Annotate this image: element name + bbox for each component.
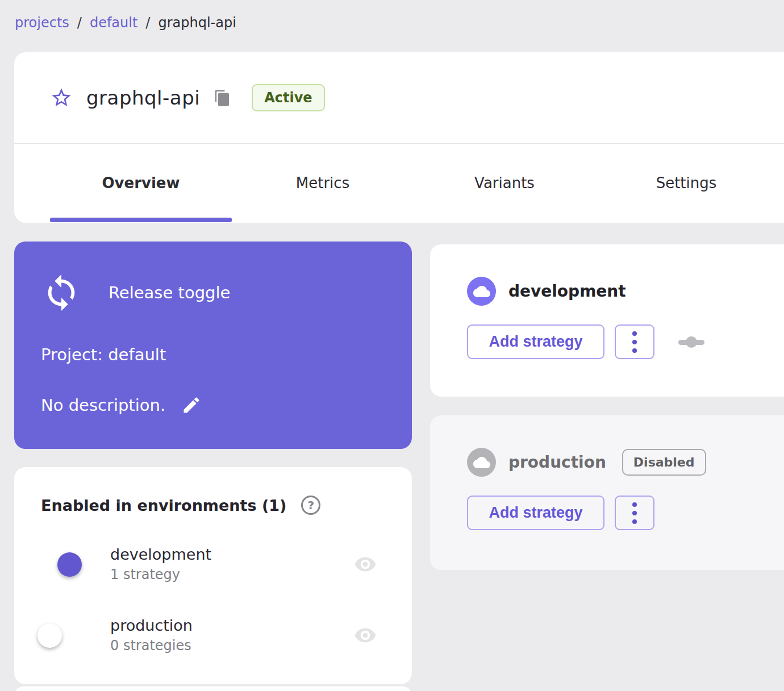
environment-menu-button[interactable] [615,324,654,359]
environment-name: production [508,453,606,472]
kebab-dot [632,511,637,515]
slider-knob-icon [678,336,704,348]
toggle-thumb [37,623,62,648]
environment-strategy-count: 0 strategies [110,638,193,653]
eye-icon[interactable] [352,624,378,647]
environment-toggle-row-development: development 1 strategy [41,546,385,582]
edit-description-button[interactable] [180,394,203,417]
breadcrumb-separator: / [77,15,82,31]
production-toggle[interactable] [41,626,78,644]
tab-metrics[interactable]: Metrics [232,144,414,222]
kebab-dot [632,519,637,524]
feature-header-row: graphql-api Active [14,52,784,144]
project-label: Project: default [41,345,166,364]
breadcrumb: projects / default / graphql-api [15,15,236,31]
active-tab-indicator [50,218,232,222]
kebab-dot [632,331,637,336]
kebab-dot [632,340,637,344]
environment-menu-button[interactable] [615,496,654,530]
development-toggle[interactable] [41,555,78,573]
cloud-icon [467,448,496,477]
eye-icon[interactable] [352,553,378,576]
loop-arrows-icon [41,273,81,313]
add-strategy-button[interactable]: Add strategy [467,496,604,530]
enabled-environments-title: Enabled in environments (1) [41,497,286,514]
environment-row-name: development [110,546,211,563]
environment-row-name: production [110,617,193,634]
tab-label: Settings [656,174,717,192]
feature-type-label: Release toggle [109,283,230,302]
tab-settings[interactable]: Settings [595,144,777,222]
favorite-star-icon[interactable] [50,86,73,109]
next-card-partial [14,686,412,691]
enabled-environments-header: Enabled in environments (1) ? [41,496,385,515]
environment-strategy-count: 1 strategy [110,567,211,582]
breadcrumb-link-default[interactable]: default [90,15,137,31]
description-text: No description. [41,396,165,415]
environment-header: development [467,277,784,306]
page-title: graphql-api [86,86,200,109]
breadcrumb-current: graphql-api [158,15,236,31]
tab-variants[interactable]: Variants [414,144,595,222]
kebab-dot [632,502,637,507]
feature-header-card: graphql-api Active Overview Metrics Vari… [14,52,784,223]
description-row: No description. [41,394,203,417]
enabled-environments-card: Enabled in environments (1) ? developmen… [14,467,412,684]
tab-label: Overview [102,174,180,192]
environment-toggle-row-production: production 0 strategies [41,617,385,653]
environment-card-production: production Disabled Add strategy [430,415,784,570]
breadcrumb-separator: / [145,15,150,31]
tab-overview[interactable]: Overview [50,144,232,222]
help-icon[interactable]: ? [301,496,320,515]
toggle-thumb [57,552,82,577]
status-badge: Active [252,84,324,111]
environment-actions: Add strategy [467,496,784,530]
disabled-badge: Disabled [622,449,706,476]
feature-overview-card: Release toggle Project: default No descr… [14,242,412,449]
cloud-icon [467,277,496,306]
environment-card-development: development Add strategy [430,244,784,397]
breadcrumb-link-projects[interactable]: projects [15,15,69,31]
environment-actions: Add strategy [467,324,784,359]
tab-label: Metrics [296,174,349,192]
kebab-dot [632,348,637,353]
copy-icon[interactable] [214,89,231,107]
feature-type-row: Release toggle [41,273,230,313]
environment-name: development [508,282,626,301]
tab-label: Variants [474,174,535,192]
environment-header: production Disabled [467,448,784,477]
environment-row-text: development 1 strategy [110,546,211,582]
add-strategy-button[interactable]: Add strategy [467,324,604,359]
environment-row-text: production 0 strategies [110,617,193,653]
tab-bar: Overview Metrics Variants Settings [14,144,784,222]
